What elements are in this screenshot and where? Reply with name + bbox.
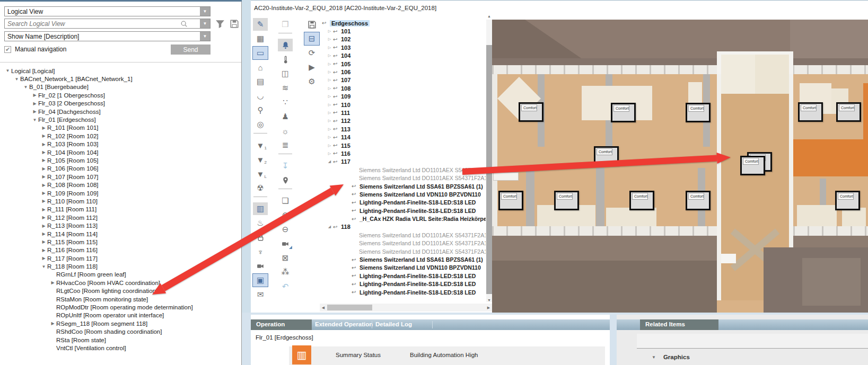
tree-expander-icon[interactable]: ▷ xyxy=(326,78,333,82)
tree-item[interactable]: ▶R_117 [Room 117] xyxy=(0,254,241,262)
tree-expander-icon[interactable]: ▶ xyxy=(40,158,47,163)
tree-item[interactable]: ▷↩112 xyxy=(320,117,486,125)
tree-item[interactable]: ↩Lighting-Pendant-Finelite-S18-LED:S18 L… xyxy=(320,199,486,207)
tree-expander-icon[interactable]: ▶ xyxy=(31,93,38,97)
floor-plan-graphic[interactable]: 23.2 °CComfort21.1 °CComfort21.4 °CComfo… xyxy=(492,20,868,314)
tree-item[interactable]: RShdCoo [Room shading coordination] xyxy=(0,328,241,336)
tree-expander-icon[interactable]: ▶ xyxy=(40,256,47,261)
tree-item[interactable]: ▶R_106 [Room 106] xyxy=(0,165,241,173)
layout-grid-icon[interactable]: ▦ xyxy=(253,32,268,45)
tree-item[interactable]: ↩Lighting-Pendant-Finelite-S18-LED:S18 L… xyxy=(320,272,486,280)
room-temperature-display[interactable]: 21.4 °CComfort xyxy=(686,103,711,122)
location-pin-icon[interactable] xyxy=(278,174,293,186)
tab-detailed-log[interactable]: Detailed Log xyxy=(375,321,412,327)
pdf-export-icon[interactable]: ↧ xyxy=(278,159,293,172)
home-icon[interactable]: ⌂ xyxy=(253,61,268,74)
chevron-down-icon[interactable]: ▼ xyxy=(200,19,210,28)
vertical-scrollbar[interactable]: ▲ ▼ xyxy=(486,20,492,302)
tree-item[interactable]: ▶R_108 [Room 108] xyxy=(0,181,241,189)
tree-item[interactable]: Siemens Switzerland Ltd DO1101AEX S54371… xyxy=(320,239,486,247)
tree-item[interactable]: ▷↩115 xyxy=(320,141,486,149)
shade-icon[interactable]: ◡ xyxy=(253,90,268,102)
tree-expander-icon[interactable]: ▶ xyxy=(40,215,47,220)
tree-expander-icon[interactable]: ▷ xyxy=(326,119,333,123)
tree-item[interactable]: ▶R_109 [Room 109] xyxy=(0,189,241,197)
tree-expander-icon[interactable]: ▶ xyxy=(31,109,38,114)
tree-item[interactable]: ↩Siemens Switzerland Ltd SSA61 BPZSSA61 … xyxy=(320,255,486,263)
tree-expander-icon[interactable]: ▷ xyxy=(326,29,333,33)
tree-expander-icon[interactable]: ▶ xyxy=(40,142,47,147)
view-selector[interactable]: Logical View ▼ xyxy=(4,6,211,16)
tree-item[interactable]: ▶R_107 [Room 107] xyxy=(0,173,241,181)
tree-item[interactable]: ▶R_104 [Room 104] xyxy=(0,148,241,156)
chevron-down-icon[interactable]: ▼ xyxy=(200,32,210,41)
device-tree-icon[interactable]: ♆ xyxy=(253,245,268,258)
tree-item[interactable]: ▼R_118 [Room 118] xyxy=(0,262,241,270)
chevron-down-icon[interactable]: ▼ xyxy=(200,7,210,16)
tree-item[interactable]: ↩Siemens Switzerland Ltd SSA61 BPZSSA61 … xyxy=(320,182,486,190)
alarm-bell-icon[interactable] xyxy=(278,39,293,51)
tree-item[interactable]: ▼B_01 [Buergebaeude] xyxy=(0,83,241,91)
hvac-application-icon[interactable]: ▣ xyxy=(253,274,268,287)
gear-icon[interactable]: ⚙ xyxy=(304,75,319,88)
tree-item[interactable]: ▼BACnet_Network_1 [BACnet_Network_1] xyxy=(0,75,241,83)
tree-item[interactable]: ▷↩108 xyxy=(320,84,486,92)
tree-expander-icon[interactable]: ▶ xyxy=(40,207,47,212)
airflow-icon[interactable]: ≋ xyxy=(278,82,293,94)
scroll-down-icon[interactable]: ▼ xyxy=(486,297,492,303)
tree-expander-icon[interactable]: ▶ xyxy=(40,126,47,130)
tree-item[interactable]: ▷↩102 xyxy=(320,35,486,43)
room-temperature-display[interactable]: 22.2 °CComfort xyxy=(835,191,860,210)
network-nodes-icon[interactable]: ⁂ xyxy=(278,266,293,279)
scrollbar-thumb[interactable] xyxy=(327,305,372,310)
camera-select-icon[interactable] xyxy=(278,237,293,250)
tree-item[interactable]: ↩Siemens Switzerland Ltd VDN110 BPZVDN11… xyxy=(320,190,486,198)
tree-expander-icon[interactable]: ▼ xyxy=(4,68,11,73)
tree-expander-icon[interactable]: ▷ xyxy=(326,46,333,50)
tree-item[interactable]: ▷↩104 xyxy=(320,52,486,60)
filter-1-icon[interactable]: ▼1 xyxy=(253,139,268,152)
tree-item[interactable]: ▷↩114 xyxy=(320,133,486,141)
tree-item[interactable]: ROpModDtr [Room operating mode determina… xyxy=(0,303,241,311)
room-temperature-display[interactable]: 20.6 °CComfort xyxy=(554,191,579,210)
comment-settings-icon[interactable]: ✉ xyxy=(253,288,268,301)
log-remove-icon[interactable]: ⊠ xyxy=(278,252,293,264)
tree-item[interactable]: RLgtCoo [Room lighting coordination] xyxy=(0,287,241,295)
tree-item[interactable]: Siemens Switzerland Ltd DO1101AEX S54371… xyxy=(320,166,486,174)
tree-item[interactable]: ▷↩101 xyxy=(320,27,486,35)
tree-expander-icon[interactable]: ▶ xyxy=(40,239,47,244)
tree-item[interactable]: ◢↩118 xyxy=(320,223,486,231)
tree-item[interactable]: Siemens Switzerland Ltd DO1101AEX S54371… xyxy=(320,174,486,182)
light-icon[interactable]: ☼ xyxy=(278,124,293,137)
tree-item[interactable]: ▼Logical [Logical] xyxy=(0,67,241,75)
search-box[interactable]: ▼ xyxy=(4,19,211,29)
room-temperature-display[interactable]: 21.4 °CComfort xyxy=(798,102,823,122)
scrollbar-thumb[interactable] xyxy=(486,45,492,294)
filter-l-icon[interactable]: ▼L xyxy=(253,167,268,180)
tree-item[interactable]: ↩_H_CAx HZK Radia VLRL Seite:Radia Heizk… xyxy=(320,215,486,222)
refresh-icon[interactable]: ⟳ xyxy=(304,47,319,59)
tree-item[interactable]: ▼Flr_01 [Erdgeschoss] xyxy=(0,115,241,123)
tree-expander-icon[interactable]: ▷ xyxy=(326,135,333,139)
flame-icon[interactable]: ♨ xyxy=(253,217,268,229)
tree-item[interactable]: RGrnLf [Room green leaf] xyxy=(0,271,241,279)
filter-funnel-icon[interactable] xyxy=(215,19,225,31)
tree-expander-icon[interactable]: ▶ xyxy=(40,166,47,171)
tree-item[interactable]: ▶R_102 [Room 102] xyxy=(0,132,241,140)
tree-item[interactable]: ROpUnItf [Room operator unit interface] xyxy=(0,311,241,319)
summary-status-row[interactable]: ▥ Summary Status Building Automation Hig… xyxy=(289,346,605,365)
tree-item[interactable]: ▷↩116 xyxy=(320,149,486,157)
room-temperature-display[interactable]: 22.8 °CComfort xyxy=(836,102,861,122)
tree-expander-icon[interactable]: ▼ xyxy=(22,85,29,90)
display-view-icon[interactable]: ▭ xyxy=(253,47,268,59)
tree-item[interactable]: ▶R_103 [Room 103] xyxy=(0,140,241,148)
tree-expander-icon[interactable]: ▶ xyxy=(40,133,47,138)
tree-item[interactable]: ▶R_101 [Room 101] xyxy=(0,124,241,132)
radiation-icon[interactable]: ☢ xyxy=(253,182,268,194)
tree-item[interactable]: ↩Lighting-Pendant-Finelite-S18-LED:S18 L… xyxy=(320,288,486,296)
lock-icon[interactable] xyxy=(253,231,268,244)
tree-item[interactable]: ▶R_111 [Room 111] xyxy=(0,206,241,213)
tree-item[interactable]: ▶RHvacCoo [Room HVAC coordination] xyxy=(0,279,241,287)
manual-navigation-checkbox[interactable]: ✔ xyxy=(4,46,11,53)
tree-item[interactable]: VntCtl [Ventilation control] xyxy=(0,344,241,352)
